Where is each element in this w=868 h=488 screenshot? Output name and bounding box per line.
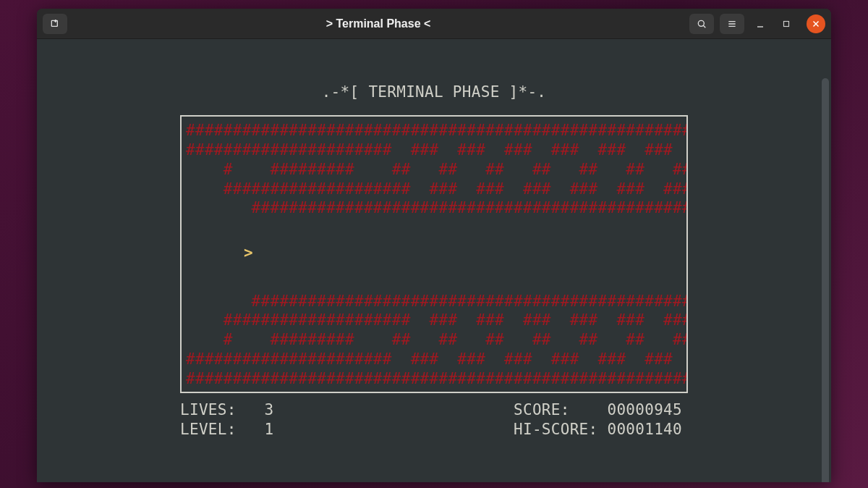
hiscore-value: 00001140 xyxy=(607,421,682,438)
titlebar-actions xyxy=(689,14,825,34)
minimize-button[interactable] xyxy=(750,14,770,34)
game-playfield: ########################################… xyxy=(180,115,688,393)
menu-button[interactable] xyxy=(720,14,744,34)
hamburger-icon xyxy=(726,18,738,30)
title-bar: > Terminal Phase < xyxy=(37,9,831,39)
terrain-top: ########################################… xyxy=(186,121,682,218)
lives-value: 3 xyxy=(265,401,274,418)
svg-line-4 xyxy=(703,25,705,28)
window-title: > Terminal Phase < xyxy=(73,17,684,30)
score-value: 00000945 xyxy=(607,401,682,418)
stats-right-2: HI-SCORE: 00001140 xyxy=(434,420,688,439)
stats-right-1: SCORE: 00000945 xyxy=(434,400,688,420)
terminal-viewport[interactable]: .-*[ TERMINAL PHASE ]*-. ###############… xyxy=(37,39,831,482)
svg-point-3 xyxy=(698,20,704,26)
maximize-icon xyxy=(781,19,791,29)
lives-label: LIVES: xyxy=(180,401,237,418)
new-tab-button[interactable] xyxy=(43,14,67,34)
player-ship: > xyxy=(244,243,253,263)
level-value: 1 xyxy=(265,421,274,438)
score-label: SCORE: xyxy=(514,401,570,418)
minimize-icon xyxy=(754,18,766,30)
stats-left: LIVES: 3 xyxy=(180,400,434,420)
stats-panel: LIVES: 3 SCORE: 00000945 LEVEL: 1 HI-SCO… xyxy=(180,400,688,439)
close-button[interactable] xyxy=(807,14,825,33)
search-button[interactable] xyxy=(689,14,714,34)
maximize-button[interactable] xyxy=(776,14,796,34)
hiscore-label: HI-SCORE: xyxy=(514,421,598,438)
level-label: LEVEL: xyxy=(180,421,237,438)
scrollbar[interactable] xyxy=(822,78,829,482)
stats-left-2: LEVEL: 1 xyxy=(180,420,434,439)
search-icon xyxy=(696,18,707,30)
svg-rect-9 xyxy=(784,21,789,26)
close-icon xyxy=(811,19,821,29)
terminal-window: > Terminal Phase < .-*[ TERMINAL PHASE ]… xyxy=(37,9,831,482)
game-banner: .-*[ TERMINAL PHASE ]*-. xyxy=(51,83,817,102)
terrain-bottom: ########################################… xyxy=(186,292,688,389)
new-tab-icon xyxy=(49,18,61,30)
